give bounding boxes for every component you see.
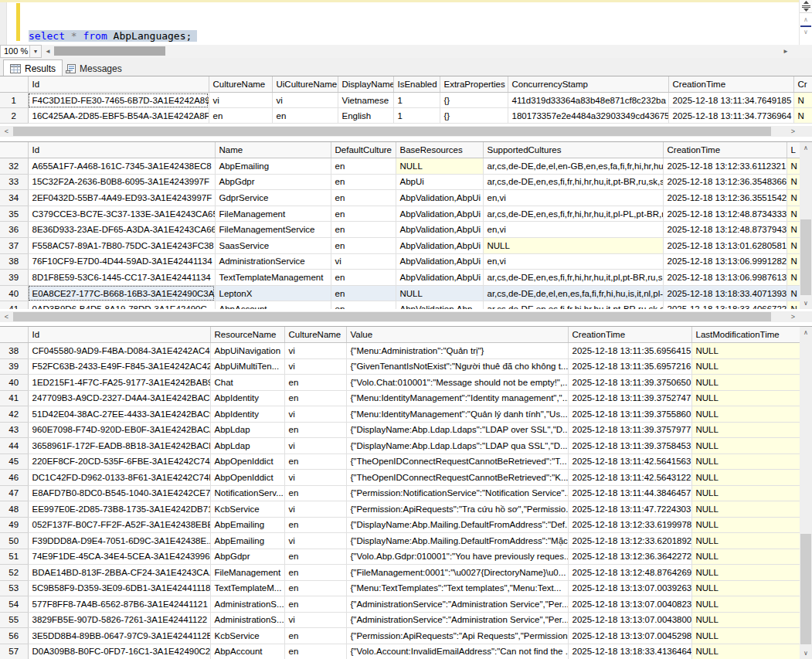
- cell[interactable]: 2025-12-18 13:13:06.9987613: [663, 270, 787, 286]
- cell[interactable]: 1ED215F1-4F7C-FA25-9177-3A1E4242BAB9: [28, 375, 210, 391]
- column-header[interactable]: DefaultCulture: [331, 142, 396, 158]
- row-number-cell[interactable]: 41: [0, 390, 28, 406]
- cell[interactable]: N: [787, 158, 800, 175]
- row-number-cell[interactable]: 43: [0, 422, 28, 438]
- cell[interactable]: 8E36D933-23AE-DF65-A3DA-3A1E4243CA66: [28, 222, 215, 238]
- cell[interactable]: NULL: [691, 453, 800, 470]
- vscroll-thumb[interactable]: [800, 534, 811, 644]
- cell[interactable]: N: [793, 108, 812, 124]
- cell[interactable]: NULL: [691, 644, 800, 659]
- cell[interactable]: en: [284, 375, 346, 391]
- cell[interactable]: AbpAccount: [210, 644, 284, 659]
- column-header[interactable]: LastModificationTime: [691, 327, 800, 343]
- scroll-left-icon[interactable]: <: [0, 126, 13, 137]
- cell[interactable]: ar,cs,de-DE,en,es,fi,fr,hi,hr,hu,it,pl,p…: [483, 270, 663, 286]
- cell[interactable]: NULL: [691, 375, 800, 391]
- cell[interactable]: AbpOpenIddict: [210, 453, 284, 470]
- row-number-cell[interactable]: 47: [0, 485, 28, 501]
- cell[interactable]: en: [272, 108, 338, 124]
- cell[interactable]: vi: [284, 501, 346, 518]
- cell[interactable]: 2025-12-18 13:11:39.3757977: [568, 422, 691, 438]
- cell[interactable]: en: [284, 485, 346, 501]
- cell[interactable]: NULL: [691, 485, 800, 501]
- scroll-down-icon[interactable]: ∨: [800, 647, 812, 659]
- row-number-cell[interactable]: 37: [0, 237, 28, 253]
- cell[interactable]: English: [338, 108, 393, 124]
- cell[interactable]: 2025-12-18 13:13:07.0043800: [568, 612, 691, 628]
- cell[interactable]: 220EF8CF-20CD-535F-6FBE-3A1E4242C74A: [28, 453, 210, 470]
- cell[interactable]: NULL: [691, 628, 800, 644]
- column-header[interactable]: CultureName: [284, 327, 346, 343]
- cell[interactable]: AdministrationS...: [210, 612, 284, 628]
- cell[interactable]: en: [284, 453, 346, 470]
- cell[interactable]: 2025-12-18 13:13:07.0039263: [568, 580, 691, 596]
- cell[interactable]: en: [331, 222, 396, 238]
- cell[interactable]: 2025-12-18 13:13:07.0040823: [568, 596, 691, 613]
- cell[interactable]: N: [787, 222, 800, 238]
- cell[interactable]: ar,cs,de-DE,en,es,fi,fr,hi,hr,hu,it,pt-B…: [483, 301, 663, 309]
- cell[interactable]: ar,cs,de-DE,de,el,en-GB,en,es,fa,fi,fr,h…: [483, 158, 663, 175]
- cell[interactable]: E0A8CE27-177C-B668-16B3-3A1E42490C3A: [28, 285, 215, 301]
- scroll-up-icon[interactable]: ∧: [800, 16, 812, 24]
- cell[interactable]: N: [787, 206, 800, 222]
- row-number-cell[interactable]: 54: [0, 596, 28, 613]
- cell[interactable]: {"Volo.Account:InvalidEmailAddress":"Can…: [346, 644, 568, 659]
- cell[interactable]: NULL: [691, 501, 800, 518]
- cell[interactable]: AbpValidation,AbpUi: [396, 190, 483, 206]
- cell[interactable]: 76F10CF9-E7D0-4D44-59AD-3A1E42441134: [28, 253, 215, 270]
- cell[interactable]: KcbService: [210, 501, 284, 518]
- cell[interactable]: SaasService: [215, 237, 331, 253]
- cell[interactable]: NULL: [691, 470, 800, 486]
- cell[interactable]: 2025-12-18 13:18:33.4071393: [663, 285, 787, 301]
- row-number-cell[interactable]: 39: [0, 358, 28, 375]
- row-number-cell[interactable]: 49: [0, 517, 28, 533]
- row-number-cell[interactable]: 46: [0, 470, 28, 486]
- row-number-cell[interactable]: 36: [0, 222, 28, 238]
- cell[interactable]: en: [284, 644, 346, 659]
- cell[interactable]: N: [787, 174, 800, 190]
- cell[interactable]: vi: [284, 533, 346, 549]
- grid-corner[interactable]: [0, 142, 28, 158]
- hscroll-thumb[interactable]: [13, 127, 771, 136]
- cell[interactable]: en: [284, 549, 346, 565]
- cell[interactable]: {"DisplayName:Abp.Mailing.DefaultFromAdd…: [346, 517, 568, 533]
- cell[interactable]: NULL: [691, 438, 800, 454]
- cell[interactable]: BDAE14BD-813F-2BBA-CF24-3A1E4243CA...: [28, 565, 210, 581]
- column-header[interactable]: CreationTime: [568, 327, 691, 343]
- cell[interactable]: KcbService: [210, 628, 284, 644]
- cell[interactable]: 2025-12-18 13:11:44.3846457: [568, 485, 691, 501]
- cell[interactable]: 5C9B58F9-D359-3E09-6DB1-3A1E42441118: [28, 580, 210, 596]
- cell[interactable]: Chat: [210, 375, 284, 391]
- row-number-cell[interactable]: 48: [0, 501, 28, 518]
- cell[interactable]: C379CCE3-BC7E-3C37-133E-3A1E4243CA65: [28, 206, 215, 222]
- cell[interactable]: vi: [284, 438, 346, 454]
- cell[interactable]: {"DisplayName:Abp.Mailing.DefaultFromAdd…: [346, 533, 568, 549]
- cell[interactable]: vi: [284, 358, 346, 375]
- cell[interactable]: 2025-12-18 13:11:39.3752747: [568, 390, 691, 406]
- cell[interactable]: F39DDD8A-D9E4-7051-6D9C-3A1E42438E...: [28, 533, 210, 549]
- cell[interactable]: 1: [393, 108, 440, 124]
- column-header[interactable]: SupportedCultures: [483, 142, 663, 158]
- cell[interactable]: 2EF0432D-55B7-4A49-ED93-3A1E4243997F: [28, 190, 215, 206]
- cell[interactable]: AbpEmailing: [210, 517, 284, 533]
- row-number-cell[interactable]: 40: [0, 375, 28, 391]
- cell[interactable]: Vietnamese: [338, 93, 393, 108]
- column-header[interactable]: Id: [28, 142, 215, 158]
- cell[interactable]: AbpUiNavigation: [210, 343, 284, 359]
- cell[interactable]: AbpIdentity: [210, 406, 284, 423]
- tab-messages[interactable]: Messages: [59, 61, 128, 76]
- cell[interactable]: 2025-12-18 13:11:39.3758453: [568, 438, 691, 454]
- cell[interactable]: 2025-12-18 13:11:47.7224303: [568, 501, 691, 518]
- cell[interactable]: NULL: [691, 612, 800, 628]
- cell[interactable]: 3658961F-172F-EADB-8B18-3A1E4242BACB: [28, 438, 210, 454]
- cell[interactable]: FileManagement: [210, 565, 284, 581]
- grid2-horizontal-scrollbar[interactable]: < >: [0, 311, 812, 322]
- cell[interactable]: NULL: [691, 533, 800, 549]
- column-header[interactable]: IsEnabled: [393, 76, 440, 93]
- cell[interactable]: en: [284, 628, 346, 644]
- row-number-cell[interactable]: 51: [0, 549, 28, 565]
- cell[interactable]: N: [787, 301, 800, 309]
- column-header[interactable]: ConcurrencyStamp: [508, 76, 668, 93]
- cell[interactable]: NULL: [691, 422, 800, 438]
- cell[interactable]: 2025-12-18 13:12:33.6199978: [568, 517, 691, 533]
